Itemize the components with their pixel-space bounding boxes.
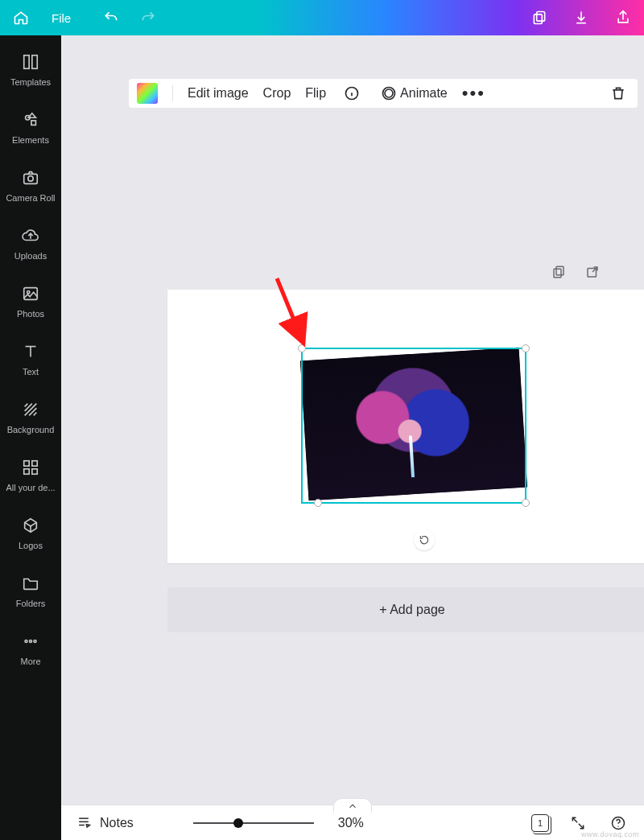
crop-button[interactable]: Crop [263,86,291,101]
separator [172,85,173,101]
duplicate-button[interactable] [528,6,551,29]
external-icon [585,265,600,279]
resize-handle-top-left[interactable] [298,344,306,352]
svg-rect-10 [24,461,29,466]
sidebar-item-templates[interactable]: Templates [3,45,58,93]
logos-icon [22,517,39,534]
resize-handle-bottom-right[interactable] [522,499,530,507]
collapse-handle[interactable] [333,798,372,813]
more-options-button[interactable]: ••• [462,83,485,104]
info-button[interactable] [341,82,363,105]
folder-icon [22,574,39,592]
svg-rect-13 [32,469,37,474]
sidebar-item-label: Text [23,367,39,377]
sidebar-item-all-your-designs[interactable]: All your de... [3,451,58,499]
add-page-button[interactable]: + Add page [167,587,644,632]
sidebar-item-logos[interactable]: Logos [3,509,58,557]
svg-point-7 [28,176,33,181]
open-page-button[interactable] [581,261,604,283]
download-button[interactable] [570,6,592,29]
svg-rect-3 [32,56,37,69]
sidebar-item-elements[interactable]: Elements [3,103,58,151]
sidebar-item-uploads[interactable]: Uploads [3,219,58,267]
rotate-icon [419,534,430,546]
trash-icon [610,85,626,101]
info-icon [344,85,360,101]
svg-point-9 [27,291,30,294]
share-button[interactable] [612,6,634,29]
text-icon [22,343,39,360]
svg-rect-12 [24,469,29,474]
sidebar-item-folders[interactable]: Folders [3,566,58,615]
download-icon [573,10,589,26]
svg-rect-21 [556,266,564,275]
delete-button[interactable] [607,82,630,105]
sidebar-item-label: Templates [10,77,51,87]
selection-box[interactable] [301,348,526,504]
redo-icon [140,10,156,26]
notes-label: Notes [100,816,134,830]
color-picker-button[interactable] [137,83,158,104]
add-page-label: + Add page [379,603,444,617]
sidebar-item-camera-roll[interactable]: Camera Roll [3,161,58,209]
more-icon [22,632,39,650]
home-button[interactable] [10,6,32,29]
undo-icon [103,10,119,26]
sidebar-item-more[interactable]: More [3,624,58,673]
camera-icon [22,169,39,187]
animate-icon [381,85,397,101]
watermark: www.dovaq.com [581,830,639,838]
svg-rect-1 [534,14,542,24]
sidebar-item-label: Photos [17,309,44,319]
home-icon [13,10,29,26]
top-bar: File [0,0,644,35]
context-toolbar: Edit image Crop Flip Animate ••• [129,79,638,108]
canvas-page-tools [547,261,604,283]
duplicate-icon [531,10,547,26]
designs-icon [22,459,39,476]
sidebar-item-label: Background [7,425,55,434]
svg-rect-11 [32,461,37,466]
zoom-slider-knob[interactable] [233,818,243,828]
resize-handle-top-right[interactable] [522,344,530,352]
sidebar-item-label: Elements [12,135,49,145]
sidebar-item-label: All your de... [6,483,55,492]
undo-button[interactable] [100,6,122,29]
chevron-up-icon [347,801,358,812]
notes-button[interactable]: Notes [76,815,134,831]
resize-handle-bottom-left[interactable] [314,499,322,507]
svg-point-25 [617,826,618,826]
svg-point-14 [25,640,27,643]
sidebar-item-background[interactable]: Background [3,393,58,441]
sidebar-item-photos[interactable]: Photos [3,277,58,325]
fullscreen-icon [570,815,586,831]
templates-icon [22,53,39,71]
sidebar-item-label: Camera Roll [6,193,55,203]
animate-button[interactable]: Animate [400,86,448,101]
animate-group: Animate [378,82,448,105]
edit-image-button[interactable]: Edit image [188,86,249,101]
redo-button[interactable] [137,6,159,29]
duplicate-page-icon [551,265,566,279]
svg-rect-20 [554,269,561,278]
flip-button[interactable]: Flip [305,86,326,101]
page-count-value: 1 [538,818,543,828]
page-count-button[interactable]: 1 [531,814,549,832]
duplicate-page-button[interactable] [547,261,570,283]
svg-point-15 [30,640,32,643]
help-icon [610,815,626,831]
left-sidebar: Templates Elements Camera Roll Uploads P… [0,35,61,840]
rotate-handle[interactable] [414,529,435,550]
animate-icon-button[interactable] [378,82,400,105]
sidebar-item-label: Folders [16,599,46,608]
svg-point-18 [385,89,393,97]
canvas-area[interactable]: Edit image Crop Flip Animate ••• [61,35,644,805]
elements-icon [22,111,39,129]
topbar-right [528,6,634,29]
svg-rect-2 [24,56,29,69]
zoom-value[interactable]: 30% [338,816,364,830]
sidebar-item-text[interactable]: Text [3,335,58,383]
sidebar-item-label: Uploads [14,251,47,261]
file-menu[interactable]: File [43,8,79,28]
zoom-slider[interactable] [193,822,314,824]
